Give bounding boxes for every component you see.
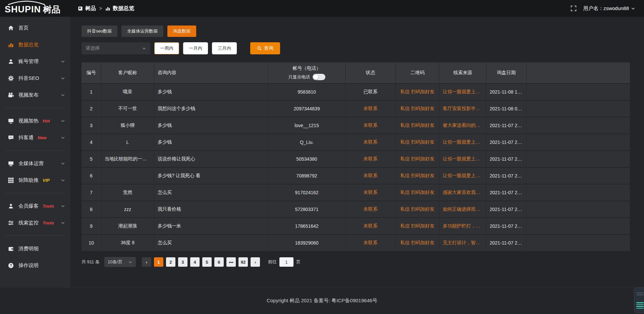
cell-qrcode-links[interactable]: 私信 扫码加好友 [396,101,439,117]
period-button-一周内[interactable]: 一周内 [154,42,179,54]
tab-全媒体运营数据[interactable]: 全媒体运营数据 [121,25,163,37]
phone-only-toggle[interactable] [313,74,325,80]
page-button-6[interactable]: 6 [214,257,224,267]
breadcrumb-item-current[interactable]: 数据总览 [105,5,134,12]
user-menu[interactable]: 用户名：zswodun88 [583,5,635,12]
home-icon [8,25,14,31]
breadcrumb-separator: > [99,6,102,11]
cell-source-link[interactable]: 无主灯设计，智能磁吸轨道灯... [439,235,486,252]
widget-bar [636,293,644,293]
table-row: 8 zzz 我只看价格 572803371 未联系 私信 扫码加好友 如何正确选… [82,201,630,218]
search-button[interactable]: 查询 [250,42,280,54]
column-qrcode: 二维码 [396,62,439,84]
sidebar-item-label: 会员爆客 [18,203,39,209]
sidebar-item-账号管理[interactable]: 账号管理 [0,53,70,70]
cell-source-link[interactable]: 让你一眼就爱上的黑科技，能... [439,134,486,151]
page-size-value: 10条/页 [108,259,122,265]
cell-source-link[interactable]: 多功能护栏灯，适用于乡村文... [439,218,486,235]
cell-qrcode-links[interactable]: 私信 扫码加好友 [396,185,439,201]
cell-source-link[interactable]: 被大家追着问的客厅投影分享... [439,117,486,134]
logo-text-cn: 树品 [43,4,60,14]
sidebar-item-数据总览[interactable]: 数据总览 [0,36,70,53]
cell-nickname: L [101,134,154,151]
cell-date: 2021-11-07 23:18 [486,117,527,134]
cell-qrcode-links[interactable]: 私信 扫码加好友 [396,117,439,134]
table-body: 1 哦章 多少钱 9583810 已联系 私信 扫码加好友 让你一眼就爱上的黑科… [82,84,630,252]
cell-source-link[interactable]: 客厅安装投影半年多了，真实... [439,101,486,117]
cell-nickname: 狐小狸 [101,117,154,134]
cell-filler [527,235,630,252]
period-button-三月内[interactable]: 三月内 [212,42,237,54]
sidebar-item-线索监控[interactable]: 线索监控 Tools [0,214,70,231]
cell-source-link[interactable]: 让你一眼就爱上的黑科技，能... [439,151,486,168]
table-row: 10 36度 8 怎么买 183929060 未联系 私信 扫码加好友 无主灯设… [82,235,630,252]
top-header: SHUPIN树品 树品 > 数据总览 用户名：zswodun88 [0,0,644,17]
cell-content: 我想问这个多少钱 [154,101,268,117]
logo: SHUPIN树品 [0,1,70,15]
sidebar-item-矩阵助推[interactable]: 矩阵助推 VIP [0,172,70,189]
prev-page-button[interactable]: ‹ [142,257,151,267]
search-icon [257,46,262,51]
goto-unit-label: 页 [296,259,301,265]
page-button-3[interactable]: 3 [178,257,187,267]
sidebar-item-消费明细[interactable]: 消费明细 [0,240,70,257]
sidebar-item-会员爆客[interactable]: 会员爆客 Tools [0,198,70,214]
cell-account: 178651642 [268,218,345,235]
cell-source-link[interactable]: 感谢大家喜欢我家，被问了好... [439,185,486,201]
column-nickname: 客户昵称 [101,62,154,84]
fullscreen-icon[interactable] [571,5,577,11]
cell-status: 已联系 [345,84,396,101]
goto-page-input[interactable] [279,257,293,267]
cell-content: 多少钱 [154,134,268,151]
app-icon [78,6,83,11]
sidebar-item-视频发布[interactable]: 视频发布 [0,87,70,103]
sidebar-item-首页[interactable]: 首页 [0,19,70,36]
tab-询盘数据[interactable]: 询盘数据 [167,25,196,37]
cell-source-link[interactable]: 让你一眼就爱上的黑科技，能... [439,84,486,101]
cell-source-link[interactable]: 让你一眼就爱上的黑科技，能... [439,168,486,185]
cell-status: 未联系 [345,151,396,168]
sidebar-item-全媒体运营[interactable]: 全媒体运营 [0,155,70,172]
page-size-select[interactable]: 10条/页 [104,257,136,267]
cell-source-link[interactable]: 如何正确选择投影仪，买投影... [439,201,486,218]
tab-抖音seo数据[interactable]: 抖音seo数据 [82,25,117,37]
table-row: 9 潮起潮落 多少钱一米 178651642 未联系 私信 扫码加好友 多功能护… [82,218,630,235]
widget-teal-bar [636,306,644,307]
sidebar-item-视频加热[interactable]: 视频加热 Hot [0,112,70,129]
sidebar-item-抖音SEO[interactable]: 抖音SEO [0,70,70,87]
cell-qrcode-links[interactable]: 私信 扫码加好友 [396,134,439,151]
sidebar-item-label: 首页 [18,25,29,31]
widget-teal-bar [636,304,644,305]
page-button-2[interactable]: 2 [166,257,175,267]
sidebar-item-label: 数据总览 [18,42,39,48]
cell-qrcode-links[interactable]: 私信 扫码加好友 [396,168,439,185]
filter-select[interactable]: 请选择 [82,42,150,54]
breadcrumb-item-home[interactable]: 树品 [78,5,96,12]
cell-nickname: 36度 8 [101,235,154,252]
page-button-92[interactable]: 92 [238,257,248,267]
floating-assistant-widget[interactable] [634,287,644,313]
period-button-一月内[interactable]: 一月内 [183,42,208,54]
page-button-4[interactable]: 4 [190,257,200,267]
cell-qrcode-links[interactable]: 私信 扫码加好友 [396,201,439,218]
next-page-button[interactable]: › [251,257,260,267]
sidebar-item-抖客通[interactable]: 抖客通 New [0,129,70,146]
cell-no: 4 [82,134,101,151]
cell-content: 说说价格让我死心 [154,151,268,168]
pagination: 共 911 条 10条/页 ‹ 123456•••92 › 前往 页 [82,257,630,267]
sidebar-item-操作说明[interactable]: ? 操作说明 [0,257,70,274]
sidebar-item-label: 线索监控 [18,220,39,226]
page-ellipsis[interactable]: ••• [226,257,236,267]
page-button-5[interactable]: 5 [202,257,212,267]
cell-no: 9 [82,218,101,235]
cell-qrcode-links[interactable]: 私信 扫码加好友 [396,218,439,235]
sidebar-item-label: 全媒体运营 [18,160,44,167]
user-icon [8,59,14,64]
page-button-1[interactable]: 1 [154,257,163,267]
cell-qrcode-links[interactable]: 私信 扫码加好友 [396,235,439,252]
cell-date: 2021-11-08 00:25 [486,101,527,117]
sidebar-divider [5,193,65,193]
cell-qrcode-links[interactable]: 私信 扫码加好友 [396,84,439,101]
cell-qrcode-links[interactable]: 私信 扫码加好友 [396,151,439,168]
logo-arc [7,1,46,5]
